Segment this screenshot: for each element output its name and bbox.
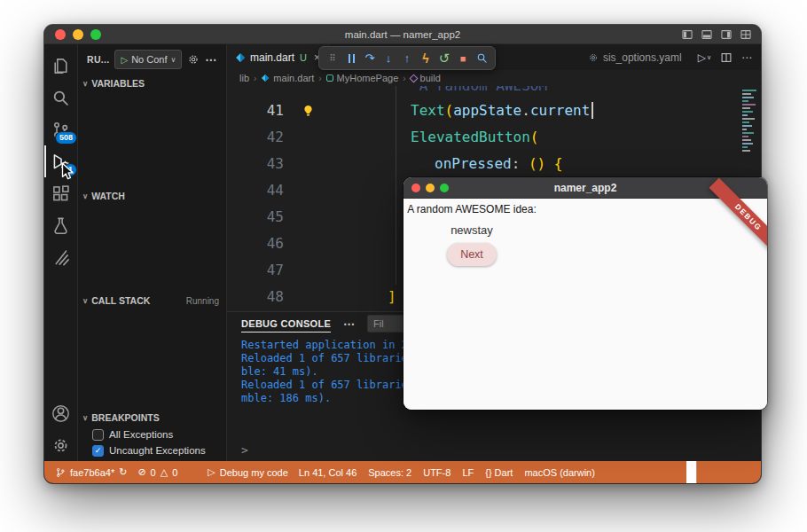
- text-cursor: [592, 102, 593, 119]
- line-number[interactable]: 41: [227, 98, 296, 124]
- line-number[interactable]: 45: [227, 204, 296, 231]
- activity-extensions[interactable]: [44, 177, 77, 209]
- code-line[interactable]: 41Text(appState.current: [227, 98, 761, 124]
- minimize-window-button[interactable]: [73, 29, 83, 40]
- drag-handle[interactable]: ⠿: [324, 50, 341, 67]
- breakpoint-item[interactable]: All Exceptions: [78, 426, 226, 442]
- breadcrumb-lib[interactable]: lib: [239, 73, 249, 83]
- tab-debug-console[interactable]: DEBUG CONSOLE: [241, 315, 331, 332]
- start-debug-icon[interactable]: ▷: [121, 55, 128, 65]
- line-number[interactable]: [227, 86, 296, 98]
- status-item[interactable]: Spaces: 2: [368, 467, 411, 478]
- status-item[interactable]: LF: [462, 467, 474, 478]
- account-button[interactable]: [44, 397, 77, 429]
- code-line[interactable]: 42ElevatedButton(: [227, 124, 761, 151]
- run-or-debug-button[interactable]: ▷ ∨: [698, 51, 711, 64]
- section-breakpoints[interactable]: ∨ BREAKPOINTS: [78, 409, 226, 426]
- variables-body: [78, 92, 226, 187]
- checkbox[interactable]: ✓: [92, 445, 104, 457]
- toggle-panel-icon[interactable]: [701, 28, 713, 41]
- step-out-button[interactable]: ↑: [398, 50, 416, 67]
- tab-label: main.dart: [250, 51, 294, 64]
- line-number[interactable]: 44: [227, 177, 296, 204]
- launch-config-dropdown[interactable]: ▷ No Conf ∨: [114, 50, 182, 69]
- step-into-button[interactable]: ↓: [380, 50, 397, 67]
- status-item[interactable]: UTF-8: [423, 467, 451, 478]
- gear-icon: [51, 436, 70, 455]
- minimize-window-button[interactable]: [426, 184, 435, 192]
- vscode-titlebar[interactable]: main.dart — namer_app2: [44, 25, 761, 44]
- glyph-margin: [296, 284, 319, 310]
- problems-status[interactable]: ⊘ 0 △ 0: [137, 466, 177, 478]
- close-window-button[interactable]: [411, 184, 420, 192]
- branch-icon: [55, 467, 66, 478]
- line-number[interactable]: 47: [227, 257, 296, 284]
- debug-session-status[interactable]: ▷ Debug my code: [208, 466, 288, 478]
- zoom-window-button[interactable]: [440, 184, 449, 192]
- traffic-lights: [55, 25, 101, 43]
- status-item[interactable]: {} Dart: [485, 467, 513, 478]
- search-icon: [51, 89, 70, 107]
- section-variables[interactable]: ∨ VARIABLES: [78, 74, 226, 92]
- lightbulb-icon[interactable]: [296, 98, 319, 124]
- breakpoint-label: All Exceptions: [109, 429, 173, 440]
- pause-button[interactable]: [342, 50, 360, 67]
- line-number[interactable]: 42: [227, 124, 296, 151]
- panel-more-button[interactable]: ⋯: [343, 317, 355, 331]
- breadcrumb-myhomepage[interactable]: MyHomePage: [326, 73, 399, 83]
- stop-button[interactable]: ■: [454, 50, 472, 67]
- code-text[interactable]: Text(appState.current: [319, 98, 593, 124]
- breakpoint-item[interactable]: ✓Uncaught Exceptions: [78, 442, 226, 458]
- breadcrumb-build[interactable]: build: [411, 73, 441, 83]
- line-number[interactable]: 46: [227, 231, 296, 257]
- step-over-button[interactable]: ↷: [361, 50, 379, 67]
- code-line[interactable]: 'A random AWESOM: [227, 86, 761, 98]
- chevron-right-icon: ›: [254, 74, 256, 83]
- activity-source-control[interactable]: 508: [44, 113, 77, 145]
- breadcrumb-main-dart[interactable]: main.dart: [261, 73, 314, 83]
- code-text[interactable]: 'A random AWESOM: [319, 86, 547, 98]
- code-text[interactable]: ]: [319, 284, 396, 310]
- activity-flutter[interactable]: [44, 241, 77, 273]
- debug-settings-button[interactable]: [187, 53, 200, 66]
- code-text[interactable]: ElevatedButton(: [319, 124, 539, 151]
- tab-main-dart[interactable]: main.dart U ×: [227, 44, 329, 70]
- glyph-margin: [296, 177, 319, 204]
- code-text[interactable]: onPressed: () {: [319, 151, 563, 177]
- split-editor-icon[interactable]: [720, 51, 733, 64]
- sidebar-more-button[interactable]: ⋯: [205, 53, 216, 66]
- toggle-secondary-sidebar-icon[interactable]: [720, 28, 733, 41]
- play-icon: ▷: [208, 466, 215, 478]
- close-window-button[interactable]: [55, 29, 66, 40]
- tab-analysis-options[interactable]: sis_options.yaml: [581, 44, 689, 70]
- section-watch[interactable]: ∨ WATCH: [78, 187, 226, 205]
- next-button[interactable]: Next: [447, 243, 497, 266]
- crumb-label: lib: [239, 73, 249, 83]
- activity-explorer[interactable]: [44, 50, 77, 82]
- activity-testing[interactable]: [44, 209, 77, 241]
- zoom-window-button[interactable]: [90, 29, 101, 40]
- more-actions-button[interactable]: ⋯: [741, 51, 752, 64]
- error-icon: ⊘: [137, 466, 145, 478]
- restart-button[interactable]: ↺: [435, 50, 453, 67]
- customize-layout-icon[interactable]: [740, 28, 752, 41]
- console-prompt[interactable]: >: [241, 443, 248, 457]
- settings-button[interactable]: [44, 429, 77, 461]
- status-item[interactable]: Ln 41, Col 46: [299, 467, 356, 478]
- hot-reload-button[interactable]: ϟ: [417, 50, 435, 67]
- toggle-sidebar-icon[interactable]: [681, 28, 693, 41]
- line-number[interactable]: 43: [227, 151, 296, 177]
- section-call-stack[interactable]: ∨ CALL STACK Running: [78, 292, 226, 309]
- line-number[interactable]: 48: [227, 284, 296, 310]
- glyph-margin: [296, 204, 319, 231]
- editor-actions: ▷ ∨ ⋯: [689, 44, 761, 70]
- status-item[interactable]: macOS (darwin): [524, 467, 594, 478]
- activity-search[interactable]: [44, 82, 77, 113]
- status-bar: fae7b6a4* ↻ ⊘ 0 △ 0 ▷ Debug my code Ln 4…: [44, 461, 761, 483]
- code-line[interactable]: 43onPressed: () {: [227, 151, 761, 177]
- sync-icon[interactable]: ↻: [119, 466, 127, 478]
- window-title: main.dart — namer_app2: [44, 29, 761, 40]
- git-branch-status[interactable]: fae7b6a4* ↻: [55, 466, 127, 478]
- widget-inspector-button[interactable]: [473, 50, 490, 67]
- checkbox[interactable]: [92, 429, 104, 441]
